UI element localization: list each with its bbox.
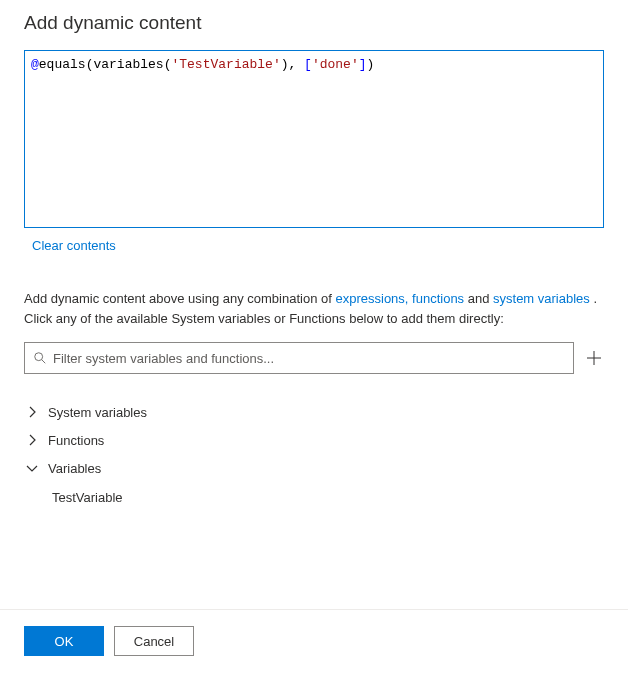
expression-editor[interactable]: @equals(variables('TestVariable'), ['don…	[24, 50, 604, 228]
ok-button[interactable]: OK	[24, 626, 104, 656]
clear-contents-link[interactable]: Clear contents	[32, 238, 116, 253]
chevron-down-icon	[24, 460, 40, 476]
help-text: Add dynamic content above using any comb…	[24, 289, 604, 328]
category-label: Functions	[48, 433, 104, 448]
category-functions[interactable]: Functions	[24, 426, 604, 454]
svg-point-0	[35, 353, 43, 361]
category-label: System variables	[48, 405, 147, 420]
cancel-button[interactable]: Cancel	[114, 626, 194, 656]
chevron-right-icon	[24, 432, 40, 448]
system-variables-link[interactable]: system variables	[493, 291, 590, 306]
category-system-variables[interactable]: System variables	[24, 398, 604, 426]
category-variables[interactable]: Variables	[24, 454, 604, 482]
category-label: Variables	[48, 461, 101, 476]
search-icon	[33, 351, 47, 365]
filter-input-container[interactable]	[24, 342, 574, 374]
add-button[interactable]	[584, 348, 604, 368]
expressions-functions-link[interactable]: expressions, functions	[335, 291, 464, 306]
dialog-footer: OK Cancel	[0, 609, 628, 656]
variable-item[interactable]: TestVariable	[24, 482, 604, 513]
panel-title: Add dynamic content	[24, 12, 604, 34]
plus-icon	[586, 350, 602, 366]
svg-line-1	[42, 360, 46, 364]
expression-code: @equals(variables('TestVariable'), ['don…	[31, 55, 597, 75]
chevron-right-icon	[24, 404, 40, 420]
filter-input[interactable]	[53, 351, 565, 366]
